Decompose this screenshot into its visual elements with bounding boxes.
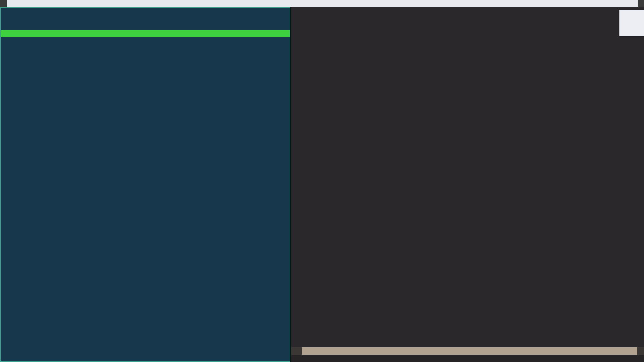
editor-statusline bbox=[291, 347, 644, 355]
htop-tabs bbox=[9, 23, 290, 30]
htop-meters bbox=[1, 8, 290, 17]
cwd-line bbox=[291, 355, 644, 362]
filetype bbox=[317, 347, 322, 355]
gear-icon bbox=[298, 347, 302, 355]
editor-buffer[interactable] bbox=[291, 7, 644, 347]
encoding bbox=[327, 347, 330, 355]
layout-symbol[interactable] bbox=[0, 0, 7, 7]
htop-empty-area bbox=[1, 37, 290, 354]
trailing-whitespace-badge bbox=[637, 347, 644, 355]
mode-indicator bbox=[291, 347, 298, 355]
editor-window[interactable] bbox=[290, 7, 644, 362]
status-area bbox=[638, 0, 644, 7]
htop-column-header[interactable] bbox=[1, 30, 290, 37]
focused-window-title bbox=[7, 0, 638, 7]
htop-function-bar bbox=[1, 354, 290, 361]
pomodoro-notification[interactable] bbox=[619, 10, 644, 36]
dwm-bar bbox=[0, 0, 644, 7]
statusline-middle bbox=[302, 347, 637, 355]
git-branch[interactable] bbox=[305, 347, 308, 355]
htop-window[interactable] bbox=[0, 7, 290, 362]
